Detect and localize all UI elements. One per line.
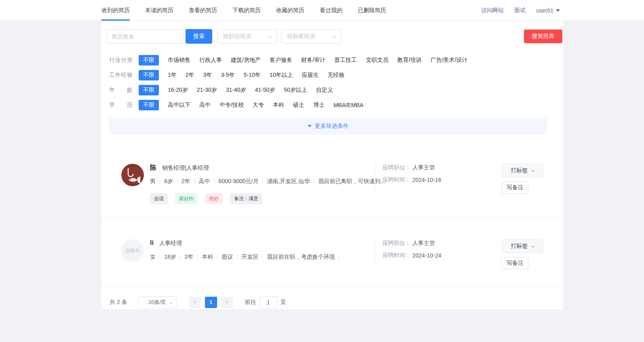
filter-option[interactable]: 普工技工 [334, 57, 357, 64]
filter-option[interactable]: 教育/培训 [397, 57, 422, 64]
tag-list: 合适 挺好的 很好 备注：满意 [150, 194, 375, 203]
search-bar: 搜索 按职位筛选 按标签筛选 搜简历库 [101, 21, 563, 44]
tab-unread-resumes[interactable]: 未读的简历 [145, 0, 173, 21]
filter-option[interactable]: 50岁以上 [284, 87, 307, 94]
add-tag-button[interactable]: 打标签 [502, 164, 543, 177]
avatar-failed-text: 加载失 [125, 247, 140, 254]
filter-option[interactable]: 31-40岁 [226, 87, 246, 94]
filter-row-education: 学历 不限 高中以下 高中 中专/技校 大专 本科 硕士 博士 MBA/EMBA [109, 97, 563, 112]
filter-option[interactable]: 16-20岁 [168, 87, 188, 94]
candidate-positions: 人事经理 [159, 240, 182, 247]
position-filter-select[interactable]: 按职位筛选 [217, 29, 277, 44]
apply-position-value: 人事主管 [412, 240, 435, 247]
tag-badge: 很好 [205, 193, 223, 204]
tab-deleted-resumes[interactable]: 已删除简历 [358, 0, 386, 21]
filter-option[interactable]: 41-50岁 [255, 87, 275, 94]
avatar [121, 164, 144, 186]
filter-label: 年龄 [109, 87, 133, 94]
pagination-bar: 共 2 条 20条/页 1 前往 页 [101, 287, 563, 317]
filter-panel: 行业分类 不限 市场销售 行政人事 建筑/房地产 客户服务 财务/审计 普工技工… [101, 44, 563, 112]
tab-viewed-resumes[interactable]: 查看的简历 [189, 0, 217, 21]
detail-salary: 6000-9000元/月 [210, 178, 259, 185]
detail-status: 我目前在职，考虑换个环境 [258, 253, 335, 261]
filter-option[interactable]: 10年以上 [270, 72, 293, 79]
apply-position-value: 人事主管 [412, 164, 435, 171]
interview-link[interactable]: 面试 [514, 7, 526, 14]
candidate-details: 男 8岁 2年 高中 6000-9000元/月 浦南,开发区,仙华 我目前已离职… [150, 177, 375, 186]
filter-option[interactable]: 硕士 [293, 101, 304, 109]
filter-option[interactable]: 建筑/房地产 [231, 57, 261, 64]
filter-option[interactable]: 中专/技校 [220, 101, 244, 109]
filter-option-selected[interactable]: 不限 [139, 100, 159, 110]
more-filters-toggle[interactable]: 更多筛选条件 [109, 118, 547, 135]
filter-option[interactable]: 本科 [273, 101, 284, 109]
filter-option[interactable]: 文职文员 [366, 57, 389, 64]
tab-received-resumes[interactable]: 收到的简历 [101, 0, 130, 21]
filter-option[interactable]: 3年 [203, 72, 212, 79]
detail-experience: 2年 [173, 178, 190, 185]
filter-option[interactable]: 客户服务 [270, 57, 292, 64]
user-menu[interactable]: user01 [536, 7, 560, 14]
filter-option-selected[interactable]: 不限 [139, 55, 159, 65]
apply-position-label: 应聘职位： [382, 164, 411, 171]
write-note-button[interactable]: 写备注 [502, 182, 528, 194]
resume-list: 陈 销售经理|人事经理 男 8岁 2年 高中 6000-9000元/月 浦南,开… [101, 146, 563, 287]
prev-page-button[interactable] [189, 297, 201, 308]
apply-position-label: 应聘职位： [382, 240, 411, 247]
resume-name-input[interactable] [106, 29, 184, 44]
filter-option[interactable]: 高中以下 [168, 101, 190, 109]
filter-option[interactable]: 无经验 [327, 72, 344, 79]
page-number-current[interactable]: 1 [205, 297, 217, 308]
resume-card: 陈 销售经理|人事经理 男 8岁 2年 高中 6000-9000元/月 浦南,开… [101, 146, 563, 217]
filter-option[interactable]: 自定义 [316, 87, 333, 94]
write-note-button[interactable]: 写备注 [502, 257, 528, 269]
add-tag-button[interactable]: 打标签 [502, 239, 543, 253]
apply-time-label: 应聘时间： [382, 176, 411, 184]
detail-gender: 女 [150, 253, 156, 261]
add-tag-label: 打标签 [511, 243, 528, 250]
tab-downloaded-resumes[interactable]: 下载的简历 [232, 0, 261, 21]
search-button[interactable]: 搜索 [186, 29, 212, 44]
filter-option[interactable]: MBA/EMBA [334, 102, 363, 108]
filter-option[interactable]: 财务/审计 [301, 57, 325, 64]
filter-option-selected[interactable]: 不限 [139, 85, 159, 95]
candidate-positions: 销售经理|人事经理 [162, 165, 209, 172]
filter-option[interactable]: 博士 [313, 101, 325, 109]
caret-down-icon [556, 9, 560, 12]
filter-option[interactable]: 广告/美术/设计 [431, 57, 468, 64]
filter-option[interactable]: 1年 [168, 72, 177, 79]
vertical-divider [375, 239, 376, 264]
filter-option-selected[interactable]: 不限 [139, 70, 159, 80]
filter-option[interactable]: 2年 [186, 72, 194, 79]
filter-option[interactable]: 行政人事 [199, 57, 222, 64]
tab-who-viewed-me[interactable]: 看过我的 [320, 0, 342, 21]
filter-row-industry: 行业分类 不限 市场销售 行政人事 建筑/房地产 客户服务 财务/审计 普工技工… [109, 53, 563, 68]
detail-gender: 男 [150, 178, 156, 185]
detail-status: 我目前已离职，可快速到... [310, 178, 385, 185]
chevron-left-icon [194, 300, 198, 304]
page-size-select[interactable]: 20条/页 [138, 296, 177, 308]
filter-option[interactable]: 大专 [253, 101, 264, 109]
filter-option[interactable]: 3-5年 [221, 72, 234, 79]
main-content: 搜索 按职位筛选 按标签筛选 搜简历库 行业分类 不限 市场销售 行政人事 建筑… [101, 21, 563, 309]
filter-option[interactable]: 应届生 [302, 72, 319, 79]
filter-option[interactable]: 高中 [199, 101, 211, 109]
tag-filter-select[interactable]: 按标签筛选 [281, 29, 341, 44]
detail-experience: 2年 [176, 253, 194, 261]
filter-option[interactable]: 5-10年 [244, 72, 261, 79]
goto-page-input[interactable] [260, 296, 277, 308]
filter-option[interactable]: 21-30岁 [197, 87, 217, 94]
top-navbar: 收到的简历 未读的简历 查看的简历 下载的简历 收藏的简历 看过我的 已删除简历… [0, 0, 644, 21]
goto-prefix: 前往 [245, 299, 256, 306]
resume-tabs: 收到的简历 未读的简历 查看的简历 下载的简历 收藏的简历 看过我的 已删除简历 [101, 0, 386, 21]
tag-badge: 挺好的 [175, 193, 198, 204]
next-page-button[interactable] [221, 297, 233, 308]
filter-label: 行业分类 [109, 57, 133, 64]
filter-option[interactable]: 市场销售 [168, 57, 190, 64]
detail-location: 开发区 [233, 253, 258, 261]
visit-website-link[interactable]: 访问网站 [481, 7, 504, 14]
goto-suffix: 页 [281, 299, 286, 306]
tag-badge: 合适 [150, 193, 168, 204]
tab-favorited-resumes[interactable]: 收藏的简历 [276, 0, 304, 21]
search-resume-bank-button[interactable]: 搜简历库 [524, 30, 562, 43]
